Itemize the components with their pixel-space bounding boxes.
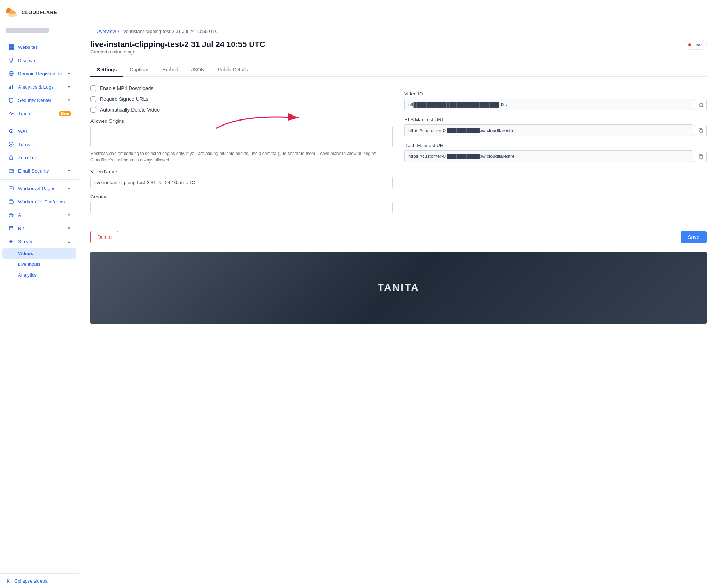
page-header: live-instant-clipping-test-2 31 Jul 24 1… [90, 40, 707, 62]
divider [0, 122, 79, 122]
tab-captions[interactable]: Captions [123, 63, 156, 77]
live-badge: Live [684, 40, 707, 50]
sidebar-item-discover-label: Discover [18, 58, 71, 63]
chevron-down-icon6: ▼ [67, 213, 71, 217]
delete-button[interactable]: Delete [90, 231, 118, 243]
sidebar-item-workers-platforms[interactable]: Workers for Platforms [2, 195, 76, 208]
dash-manifest-row: https://customer-0j██████████pw.cloudfla… [404, 150, 707, 162]
copy-hls-button[interactable] [695, 125, 707, 136]
dash-manifest-group: Dash Manifest URL https://customer-0j███… [404, 143, 707, 162]
copy-dash-button[interactable] [695, 151, 707, 162]
copy-video-id-button[interactable] [695, 99, 707, 110]
breadcrumb-back-link[interactable]: ← Overview [90, 29, 116, 34]
sidebar-item-domain-registration[interactable]: Domain Registration ▼ [2, 67, 76, 80]
svg-point-16 [10, 240, 12, 243]
copy-hls-icon [698, 128, 703, 133]
sidebar-item-email-security[interactable]: Email Security ▼ [2, 164, 76, 177]
tab-json[interactable]: JSON [185, 63, 211, 77]
hls-manifest-group: HLS Manifest URL https://customer-0j████… [404, 117, 707, 136]
sidebar-subitem-videos-label: Videos [18, 251, 33, 256]
tab-embed[interactable]: Embed [156, 63, 185, 77]
sidebar: CLOUDFLARE Websites Discover Domain Regi… [0, 0, 79, 588]
globe-icon [8, 70, 14, 77]
video-preview-inner: TANITA [90, 252, 707, 324]
live-badge-label: Live [693, 42, 702, 47]
sidebar-item-analytics-label: Analytics & Logs [18, 84, 64, 90]
chevron-up-icon: ▲ [67, 240, 71, 244]
live-dot-icon [688, 43, 691, 46]
svg-rect-18 [700, 104, 703, 107]
breadcrumb-current: live-instant-clipping-test-2 31 Jul 24 1… [121, 29, 218, 34]
sidebar-subitem-live-inputs[interactable]: Live Inputs [2, 259, 76, 269]
enable-mp4-checkbox[interactable] [90, 85, 96, 91]
svg-rect-1 [9, 44, 11, 47]
dash-manifest-value: https://customer-0j██████████pw.cloudfla… [404, 150, 693, 162]
save-button[interactable]: Save [681, 231, 707, 243]
video-id-group: Video ID 59██████████████████████████92c [404, 91, 707, 110]
sidebar-item-turnstile[interactable]: Turnstile [2, 138, 76, 151]
dash-manifest-label: Dash Manifest URL [404, 143, 707, 148]
sidebar-item-r2-label: R2 [18, 226, 64, 231]
creator-input[interactable] [90, 202, 393, 213]
sidebar-item-analytics-logs[interactable]: Analytics & Logs ▼ [2, 80, 76, 93]
sidebar-item-trace[interactable]: Trace Beta [2, 107, 76, 120]
copy-icon [698, 102, 703, 107]
chevron-down-icon4: ▼ [67, 169, 71, 173]
settings-panel: Enable MP4 Downloads Require Signed URLs… [90, 85, 707, 243]
require-signed-checkbox[interactable] [90, 96, 96, 102]
beta-badge: Beta [59, 111, 71, 116]
email-icon [8, 168, 14, 174]
video-id-row: 59██████████████████████████92c [404, 99, 707, 110]
svg-rect-9 [12, 85, 13, 89]
account-selector[interactable] [0, 23, 79, 37]
auto-delete-checkbox[interactable] [90, 107, 96, 113]
sidebar-item-turnstile-label: Turnstile [18, 142, 71, 147]
sidebar-subitem-videos[interactable]: Videos [2, 248, 76, 259]
sidebar-item-zero-trust-label: Zero Trust [18, 155, 71, 160]
allowed-origins-input[interactable] [90, 126, 393, 147]
sidebar-subitem-analytics-label: Analytics [18, 272, 37, 278]
lock-icon [8, 154, 14, 161]
grid-icon [8, 44, 14, 50]
divider2 [0, 179, 79, 180]
turnstile-icon [8, 141, 14, 147]
tab-settings[interactable]: Settings [90, 63, 123, 77]
svg-rect-2 [11, 44, 14, 47]
video-name-label: Video Name [90, 169, 393, 174]
require-signed-label: Require Signed URLs [100, 96, 148, 102]
sidebar-item-waf[interactable]: WAF [2, 124, 76, 137]
auto-delete-label: Automatically Delete Video [100, 107, 160, 113]
video-preview-label: TANITA [378, 282, 420, 293]
sidebar-item-workers-pages[interactable]: Workers & Pages ▼ [2, 182, 76, 195]
checkbox-enable-mp4: Enable MP4 Downloads [90, 85, 393, 91]
sidebar-item-ai[interactable]: AI ▼ [2, 208, 76, 221]
copy-dash-icon [698, 154, 703, 159]
svg-rect-12 [9, 169, 13, 173]
settings-right-column: Video ID 59██████████████████████████92c… [404, 85, 707, 213]
workers2-icon [8, 198, 14, 205]
sidebar-item-zero-trust[interactable]: Zero Trust [2, 151, 76, 164]
sidebar-item-platforms-label: Workers for Platforms [18, 199, 71, 204]
video-preview: TANITA [90, 252, 707, 324]
tab-public-details[interactable]: Public Details [211, 63, 255, 77]
video-name-input[interactable] [90, 177, 393, 188]
sidebar-item-security-center[interactable]: Security Center ▼ [2, 94, 76, 107]
hls-manifest-label: HLS Manifest URL [404, 117, 707, 122]
sidebar-item-trace-label: Trace [18, 111, 54, 116]
sidebar-item-websites[interactable]: Websites [2, 41, 76, 53]
sidebar-item-r2[interactable]: R2 ▼ [2, 222, 76, 235]
chart-icon [8, 84, 14, 90]
page-subtitle: Created a minute ago [90, 49, 265, 55]
breadcrumb: ← Overview / live-instant-clipping-test-… [90, 29, 707, 34]
sidebar-item-stream[interactable]: Stream ▲ [2, 235, 76, 248]
brand-name: CLOUDFLARE [22, 10, 57, 15]
settings-grid: Enable MP4 Downloads Require Signed URLs… [90, 85, 707, 213]
collapse-sidebar-label: Collapse sidebar [14, 578, 49, 584]
content-area: ← Overview / live-instant-clipping-test-… [79, 20, 718, 588]
button-row: Delete Save [90, 224, 707, 243]
collapse-sidebar-button[interactable]: Collapse sidebar [0, 573, 79, 588]
sidebar-item-discover[interactable]: Discover [2, 54, 76, 67]
waf-icon [8, 128, 14, 134]
sidebar-subitem-analytics[interactable]: Analytics [2, 270, 76, 280]
video-id-label: Video ID [404, 91, 707, 97]
